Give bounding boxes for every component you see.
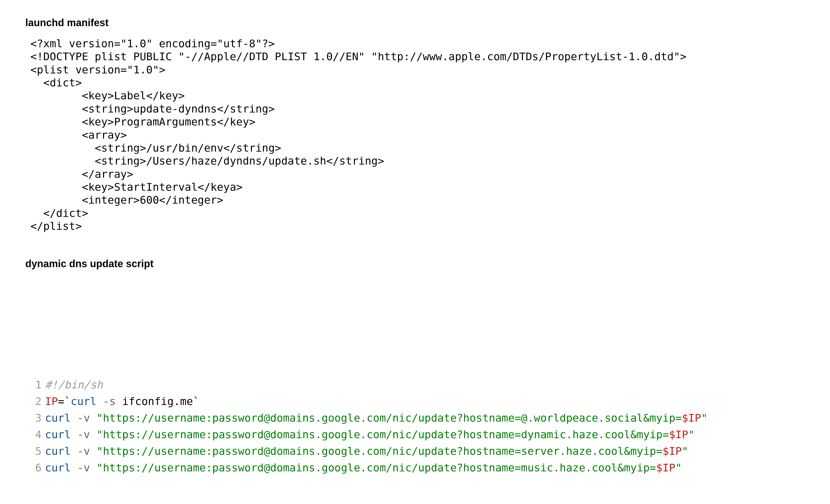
- line-code: curl -v "https://username:password@domai…: [45, 427, 695, 443]
- script-line: 3curl -v "https://username:password@doma…: [30, 410, 805, 427]
- line-number: 1: [30, 377, 42, 393]
- script-line: 6curl -v "https://username:password@doma…: [30, 460, 805, 476]
- script-line: 2IP=`curl -s ifconfig.me`: [30, 393, 805, 410]
- line-number: 6: [30, 460, 42, 476]
- line-number: 5: [30, 443, 42, 460]
- line-code: curl -v "https://username:password@domai…: [45, 410, 708, 427]
- line-number: 2: [30, 393, 42, 410]
- line-number: 4: [30, 427, 42, 443]
- script-line: 1#!/bin/sh: [30, 377, 805, 393]
- dyndns-script-code: 1#!/bin/sh2IP=`curl -s ifconfig.me`3curl…: [25, 377, 805, 476]
- line-code: #!/bin/sh: [45, 377, 103, 393]
- section-heading-launchd: launchd manifest: [25, 17, 805, 29]
- line-number: 3: [30, 410, 42, 427]
- launchd-manifest-code: <?xml version="1.0" encoding="utf-8"?> <…: [25, 37, 805, 232]
- line-code: curl -v "https://username:password@domai…: [45, 460, 682, 476]
- script-line: 4curl -v "https://username:password@doma…: [30, 427, 805, 443]
- line-code: curl -v "https://username:password@domai…: [45, 443, 688, 460]
- section-heading-dyndns: dynamic dns update script: [25, 258, 805, 270]
- script-line: 5curl -v "https://username:password@doma…: [30, 443, 805, 460]
- line-code: IP=`curl -s ifconfig.me`: [45, 393, 199, 410]
